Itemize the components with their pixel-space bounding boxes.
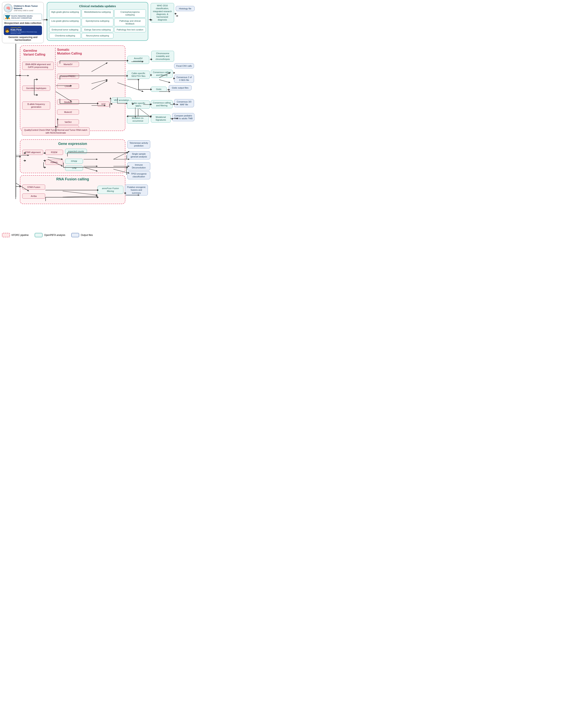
arrow-fpkm-v [63, 163, 64, 168]
arrowhead-clinical-who [150, 19, 152, 21]
arrowhead-star-kallisto [24, 160, 26, 162]
single-sample-label: Single sample geneset analysis [131, 153, 147, 158]
germline-haplotypes-label: Germline haplotypes [26, 87, 46, 89]
arrowhead-spine-germline [20, 75, 21, 77]
mutational-sig-label: Mutational Signatures [155, 116, 166, 121]
rna-fusion-title: RNA Fusion calling [22, 177, 123, 181]
somatic-title: SomaticMutation Calling [57, 48, 82, 55]
compare-tmb-label: Compare pediatric TMB to adults TMB [174, 115, 193, 120]
clinical-cell-10: Chordoma subtyping [49, 33, 81, 38]
vep-label: VEP annotation [114, 99, 129, 101]
arrowhead-seg-cons [150, 74, 152, 76]
logos-box: 🧠 Children's Brain Tumor Network Until e… [2, 2, 44, 43]
gene-expression-title-container: Gene expression [22, 142, 123, 146]
cbtn-name: Children's Brain Tumor Network [14, 5, 42, 9]
arrowhead-vep-mafs [132, 103, 134, 105]
gabriella-text: Gabriella Miller [10, 27, 41, 28]
control-freec-box: Control-FREEC [57, 74, 79, 79]
bwa-mem-label: BWA-MEM alignment and GATK preprocessing [25, 63, 50, 68]
arrowhead-qc-up2 [55, 126, 57, 127]
legend-output: Output files [71, 233, 93, 237]
ppnc-text: PACIFIC PEDIATRIC NEURO-ONCOLOGY CONSORT… [11, 15, 41, 19]
single-sample-box: Single sample geneset analysis [127, 151, 150, 160]
clinical-title: Clinical metadata updates [49, 4, 146, 8]
arrow-fpkm-immune-v [126, 167, 127, 171]
arrow-fpkm-h [63, 167, 128, 168]
consensus-2of3-box: Consensus 2 of 3 SEG file [174, 75, 194, 83]
mutation-co-box: Mutation co-occurrence [127, 116, 149, 124]
arrowhead-kallisto-tpm [44, 166, 46, 168]
clinical-grid: High-grade glioma subtyping Medulloblast… [49, 9, 146, 38]
arrowhead-strelka-vcf [97, 103, 99, 104]
gene-expression-box: Gene expression STAR alignment RSEM Kall… [20, 139, 125, 173]
baf-label: B-allele frequency generation [27, 103, 45, 108]
arrowhead-spine-gene [20, 156, 21, 158]
mutect2-box: Mutect2 [57, 109, 79, 115]
arrowhead-fpkm [127, 166, 128, 168]
arrow-strelka-vcf-v [60, 99, 60, 104]
caller-mafs-box: Caller-specific MAFs [127, 101, 150, 109]
clinical-cell-3: Craniopharyngioma subtyping [114, 9, 146, 18]
annofuse-label: annoFuse Fusion filtering [102, 187, 119, 192]
consensus-3of3-label: Consensus 3/3 MAF file [177, 101, 191, 106]
arrowhead-star-rsem [24, 152, 26, 154]
who-box: WHO 2016 classification, integrated rese… [151, 3, 174, 22]
legend-output-label: Output files [81, 234, 93, 237]
clinical-cell-6: Pathology and clinical feedback [114, 18, 146, 26]
tp53-label: TP53 oncogenic classification [131, 172, 147, 178]
arrow-counts-single-v [126, 155, 127, 159]
germline-somatic-box: GermlineVariant Calling BWA-MEM alignmen… [20, 45, 125, 131]
focal-cnv-box: Focal CNV calls [174, 63, 194, 68]
arrowhead-gistic-output [168, 89, 170, 91]
tp53-box: TP53 oncogenic classification [127, 171, 150, 179]
biospec-label: Biospecimen and data collection [4, 22, 42, 24]
cbtn-circle-icon: 🧠 [4, 4, 13, 13]
star-fusion-label: STAR-Fusion [27, 186, 40, 188]
vardict-box: VarDict [57, 119, 79, 125]
somatic-title-container: SomaticMutation Calling [57, 48, 82, 55]
star-label: STAR alignment [25, 151, 41, 153]
strelka2-box: Strelka2 [57, 100, 79, 105]
clinical-cell-9: Pathology free text curation [114, 27, 146, 32]
histology-text: Histology file [179, 7, 191, 10]
gene-expression-title: Gene expression [22, 142, 123, 146]
mantasv-box: MantaSV [57, 62, 79, 67]
arrowhead-rsem-counts [44, 152, 46, 154]
arrow-tpm-tp53-v [126, 171, 127, 175]
germline-haplotypes-box: Germline haplotypes [22, 86, 50, 91]
arrowhead-mafs-sig [150, 115, 152, 117]
legend-openpbta: OpenPBTA analysis [35, 233, 65, 237]
legend-kfdrc: KFDRC pipeline [2, 233, 29, 237]
compare-tmb-box: Compare pediatric TMB to adults TMB [172, 113, 194, 121]
clinical-cell-7: Embryonal tumor subtyping [49, 27, 81, 32]
telomerase-label: Telomerase activity prediction [129, 142, 148, 147]
legend-openpbta-label: OpenPBTA analysis [44, 234, 65, 237]
mantasv-label: MantaSV [63, 63, 72, 65]
arrowhead-logos-clinical [46, 19, 48, 21]
arrowhead-annofuse-putative [125, 192, 126, 194]
consensus-calling-2-box: Consensus calling and filtering [151, 100, 173, 108]
genomic-label: Genomic sequencing and harmonization [4, 36, 42, 41]
arrow-counts-telo-v [67, 152, 68, 157]
arrow-cnv-seg-v [60, 76, 60, 80]
arrowhead-mafs-co [127, 115, 128, 117]
kids-first-subtitle: PEDIATRIC RESEARCH PROGRAM Data Resource… [10, 31, 41, 34]
arrowhead-annot-chrom [151, 58, 152, 60]
arriba-label: Arriba [31, 195, 37, 197]
arrow-mafs-co-v [138, 108, 138, 117]
rsem-label: RSEM [51, 151, 57, 153]
who-text: WHO 2016 classification, integrated rese… [153, 4, 172, 21]
legend-openpbta-box [35, 233, 43, 237]
vcf-label: VCF [101, 103, 106, 105]
rsem-box: RSEM [45, 150, 63, 155]
expected-counts-label: expected counts [68, 150, 84, 152]
arrow-mafs-sig [138, 116, 151, 117]
arrowhead-arriba-annofuse [97, 196, 99, 198]
chrom-instability-box: Chromosome instability and chromothripsi… [151, 51, 174, 62]
arrowhead-bwa-strelka [37, 94, 38, 96]
annofuse-box: annoFuse Fusion filtering [98, 186, 123, 194]
consensus-calling-1-label: Consensus calling and filtering [153, 71, 170, 76]
expected-counts-box: expected counts [65, 149, 87, 154]
arrow-vcf-vep-h [110, 104, 110, 108]
arrowhead-mafs-cons2 [150, 103, 152, 105]
